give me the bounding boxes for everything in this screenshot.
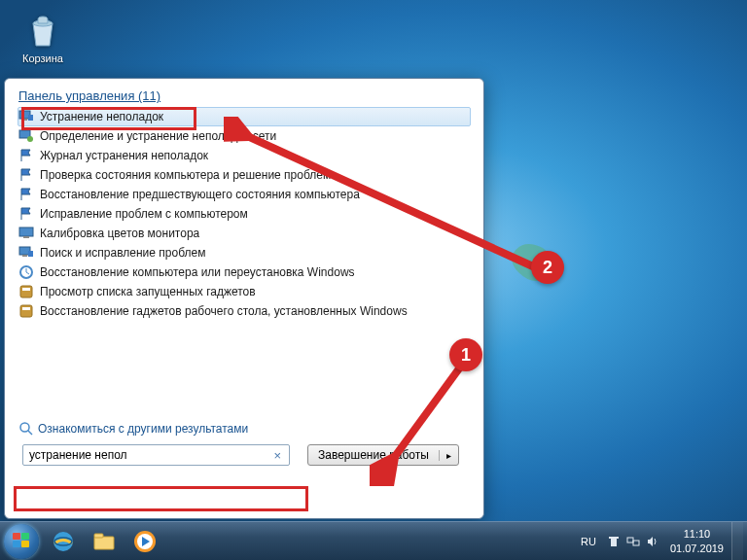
windows-orb-icon <box>4 524 39 559</box>
search-result-item[interactable]: Устранение неполадок <box>18 107 471 126</box>
clock-time: 11:10 <box>670 527 724 541</box>
more-results-link[interactable]: Ознакомиться с другими результатами <box>18 421 248 437</box>
svg-rect-6 <box>23 236 29 238</box>
result-label: Калибровка цветов монитора <box>40 227 199 240</box>
result-icon <box>18 148 34 163</box>
svg-rect-21 <box>94 534 103 538</box>
recycle-bin-icon <box>23 12 62 51</box>
result-label: Определение и устранение неполадок сети <box>40 129 276 143</box>
result-icon <box>18 245 34 261</box>
result-label: Просмотр списка запущенных гаджетов <box>40 285 256 298</box>
search-result-item[interactable]: Восстановление компьютера или переустано… <box>5 262 483 282</box>
svg-rect-2 <box>22 119 27 121</box>
shutdown-arrow-icon[interactable]: ▸ <box>439 450 458 461</box>
search-clear-button[interactable]: × <box>271 448 283 463</box>
taskbar-media-player-button[interactable] <box>125 525 164 558</box>
search-result-item[interactable]: Исправление проблем с компьютером <box>5 204 483 224</box>
clock-date: 01.07.2019 <box>670 542 724 555</box>
result-icon <box>18 303 34 319</box>
result-label: Восстановление гаджетов рабочего стола, … <box>40 304 408 318</box>
search-input[interactable] <box>29 448 271 462</box>
search-result-item[interactable]: Определение и устранение неполадок сети <box>5 126 483 146</box>
result-label: Восстановление компьютера или переустано… <box>40 265 355 279</box>
result-label: Проверка состояния компьютера и решение … <box>40 168 331 182</box>
search-box[interactable]: × <box>22 444 290 466</box>
svg-rect-11 <box>22 288 30 291</box>
search-result-item[interactable]: Поиск и исправление проблем <box>5 243 483 262</box>
volume-icon[interactable] <box>644 533 661 550</box>
svg-line-15 <box>28 431 32 435</box>
result-icon <box>18 284 34 299</box>
shutdown-label: Завершение работы <box>308 448 439 462</box>
result-icon <box>18 167 34 183</box>
result-label: Восстановление предшествующего состояния… <box>40 188 360 201</box>
result-icon <box>18 187 34 202</box>
search-result-item[interactable]: Проверка состояния компьютера и решение … <box>5 165 483 185</box>
svg-point-4 <box>27 136 33 142</box>
recycle-bin[interactable]: Корзина <box>19 12 66 64</box>
taskbar-ie-button[interactable] <box>44 525 83 558</box>
annotation-step-1: 1 <box>449 338 482 371</box>
search-icon <box>18 421 34 437</box>
search-result-item[interactable]: Калибровка цветов монитора <box>5 224 483 243</box>
svg-rect-8 <box>22 255 27 257</box>
search-result-item[interactable]: Восстановление предшествующего состояния… <box>5 185 483 204</box>
result-label: Исправление проблем с компьютером <box>40 207 248 221</box>
svg-rect-25 <box>633 541 639 545</box>
result-label: Поиск и исправление проблем <box>40 246 205 260</box>
language-indicator[interactable]: RU <box>573 536 604 547</box>
search-result-item[interactable]: Восстановление гаджетов рабочего стола, … <box>5 301 483 321</box>
svg-rect-12 <box>20 305 32 317</box>
svg-rect-13 <box>22 307 30 310</box>
search-result-item[interactable]: Журнал устранения неполадок <box>5 146 483 165</box>
svg-rect-24 <box>627 538 633 542</box>
results-header[interactable]: Панель управления (11) <box>5 79 483 107</box>
show-desktop-button[interactable] <box>731 522 743 561</box>
network-icon[interactable] <box>624 533 642 550</box>
shutdown-button[interactable]: Завершение работы ▸ <box>307 444 459 466</box>
action-center-icon[interactable] <box>605 533 622 550</box>
svg-rect-5 <box>19 228 33 236</box>
recycle-bin-label: Корзина <box>19 52 66 64</box>
start-menu: Панель управления (11) Устранение непола… <box>4 78 484 519</box>
annotation-step-2: 2 <box>531 251 564 284</box>
svg-rect-20 <box>94 537 114 549</box>
result-label: Журнал устранения неполадок <box>40 149 208 162</box>
clock[interactable]: 11:10 01.07.2019 <box>662 527 731 555</box>
svg-point-14 <box>20 423 29 432</box>
taskbar-explorer-button[interactable] <box>85 525 124 558</box>
start-button[interactable] <box>0 522 43 561</box>
result-icon <box>18 109 34 124</box>
result-icon <box>18 206 34 222</box>
result-label: Устранение неполадок <box>40 110 163 123</box>
result-icon <box>18 226 34 241</box>
search-result-item[interactable]: Просмотр списка запущенных гаджетов <box>5 282 483 301</box>
svg-rect-10 <box>20 286 32 298</box>
more-results-label: Ознакомиться с другими результатами <box>38 422 248 436</box>
result-icon <box>18 128 34 144</box>
taskbar: RU 11:10 01.07.2019 <box>0 521 747 560</box>
result-icon <box>18 264 34 280</box>
